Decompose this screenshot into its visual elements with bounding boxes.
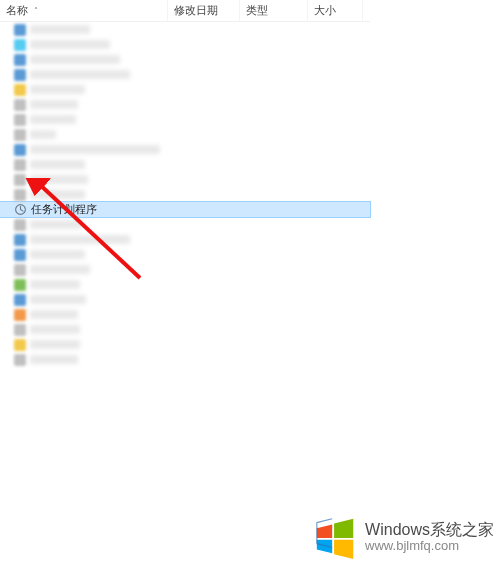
- file-row[interactable]: [0, 97, 370, 112]
- file-name-cell: [14, 189, 168, 201]
- file-row[interactable]: [0, 157, 370, 172]
- file-row[interactable]: [0, 37, 370, 52]
- file-icon: [14, 159, 26, 171]
- svg-marker-5: [334, 540, 353, 559]
- windows-logo-icon: [313, 513, 359, 561]
- svg-marker-2: [317, 525, 332, 538]
- file-row[interactable]: [0, 292, 370, 307]
- file-name-blurred: [30, 250, 85, 259]
- file-rows-container: 任务计划程序: [0, 22, 370, 367]
- file-name-cell: [14, 174, 168, 186]
- file-row[interactable]: [0, 217, 370, 232]
- file-name-cell: [14, 24, 168, 36]
- file-row-task-scheduler[interactable]: 任务计划程序: [0, 202, 370, 217]
- file-icon: [14, 339, 26, 351]
- file-icon: [14, 324, 26, 336]
- file-row[interactable]: [0, 22, 370, 37]
- file-name-blurred: [30, 145, 160, 154]
- file-row[interactable]: [0, 172, 370, 187]
- file-name-blurred: [30, 355, 78, 364]
- file-name-cell: [14, 129, 168, 141]
- file-icon: [14, 99, 26, 111]
- file-name-blurred: [30, 220, 82, 229]
- file-name-blurred: [30, 160, 85, 169]
- file-row[interactable]: [0, 232, 370, 247]
- file-name-blurred: [30, 325, 80, 334]
- column-header-row: 名称 ˄ 修改日期 类型 大小: [0, 0, 370, 22]
- file-name-cell: [14, 84, 168, 96]
- file-name-cell: [14, 249, 168, 261]
- file-row[interactable]: [0, 112, 370, 127]
- file-name-blurred: [30, 55, 120, 64]
- file-row[interactable]: [0, 322, 370, 337]
- file-icon: [14, 39, 26, 51]
- file-icon: [14, 234, 26, 246]
- column-header-date-label: 修改日期: [174, 3, 218, 18]
- file-name-blurred: [30, 340, 80, 349]
- file-name-cell: [14, 144, 168, 156]
- file-name-cell: [14, 354, 168, 366]
- file-row[interactable]: [0, 247, 370, 262]
- column-header-type-label: 类型: [246, 3, 268, 18]
- file-list-pane: 名称 ˄ 修改日期 类型 大小 任务计划程序: [0, 0, 370, 367]
- file-row[interactable]: [0, 82, 370, 97]
- file-row[interactable]: [0, 52, 370, 67]
- file-name-cell: [14, 234, 168, 246]
- task-scheduler-icon: [14, 203, 27, 216]
- file-name-blurred: [30, 235, 130, 244]
- file-name-blurred: [30, 265, 90, 274]
- file-name-blurred: [30, 100, 78, 109]
- column-header-name-label: 名称: [6, 3, 28, 18]
- file-name-blurred: [30, 175, 88, 184]
- file-icon: [14, 174, 26, 186]
- file-row[interactable]: [0, 352, 370, 367]
- watermark: Windows系统之家 www.bjlmfq.com: [313, 513, 494, 561]
- column-header-date[interactable]: 修改日期: [168, 0, 240, 21]
- file-name-blurred: [30, 70, 130, 79]
- file-name-label: 任务计划程序: [31, 202, 97, 217]
- file-icon: [14, 114, 26, 126]
- file-icon: [14, 129, 26, 141]
- file-icon: [14, 54, 26, 66]
- file-row[interactable]: [0, 307, 370, 322]
- file-icon: [14, 249, 26, 261]
- file-name-blurred: [30, 115, 76, 124]
- file-name-cell: [14, 54, 168, 66]
- file-icon: [14, 189, 26, 201]
- column-header-type[interactable]: 类型: [240, 0, 308, 21]
- file-name-cell: [14, 324, 168, 336]
- file-name-blurred: [30, 40, 110, 49]
- file-row[interactable]: [0, 142, 370, 157]
- file-name-cell: [14, 114, 168, 126]
- file-name-cell: [14, 159, 168, 171]
- file-row[interactable]: [0, 127, 370, 142]
- column-header-size[interactable]: 大小: [308, 0, 363, 21]
- file-row[interactable]: [0, 337, 370, 352]
- column-header-name[interactable]: 名称 ˄: [0, 0, 168, 21]
- file-name-cell: [14, 99, 168, 111]
- file-name-blurred: [30, 25, 90, 34]
- file-icon: [14, 294, 26, 306]
- file-row[interactable]: [0, 262, 370, 277]
- file-name-cell: [14, 39, 168, 51]
- file-icon: [14, 84, 26, 96]
- file-row[interactable]: [0, 277, 370, 292]
- file-name-cell: 任务计划程序: [14, 202, 168, 217]
- file-name-cell: [14, 339, 168, 351]
- file-name-cell: [14, 219, 168, 231]
- file-name-cell: [14, 309, 168, 321]
- file-name-blurred: [30, 310, 78, 319]
- svg-marker-3: [334, 519, 353, 538]
- file-icon: [14, 354, 26, 366]
- file-icon: [14, 24, 26, 36]
- file-icon: [14, 309, 26, 321]
- file-name-blurred: [30, 280, 80, 289]
- file-icon: [14, 69, 26, 81]
- file-row[interactable]: [0, 187, 370, 202]
- file-row[interactable]: [0, 67, 370, 82]
- file-name-cell: [14, 294, 168, 306]
- file-name-blurred: [30, 85, 85, 94]
- file-name-cell: [14, 264, 168, 276]
- watermark-title: Windows系统之家: [365, 521, 494, 539]
- sort-ascending-icon: ˄: [34, 6, 38, 15]
